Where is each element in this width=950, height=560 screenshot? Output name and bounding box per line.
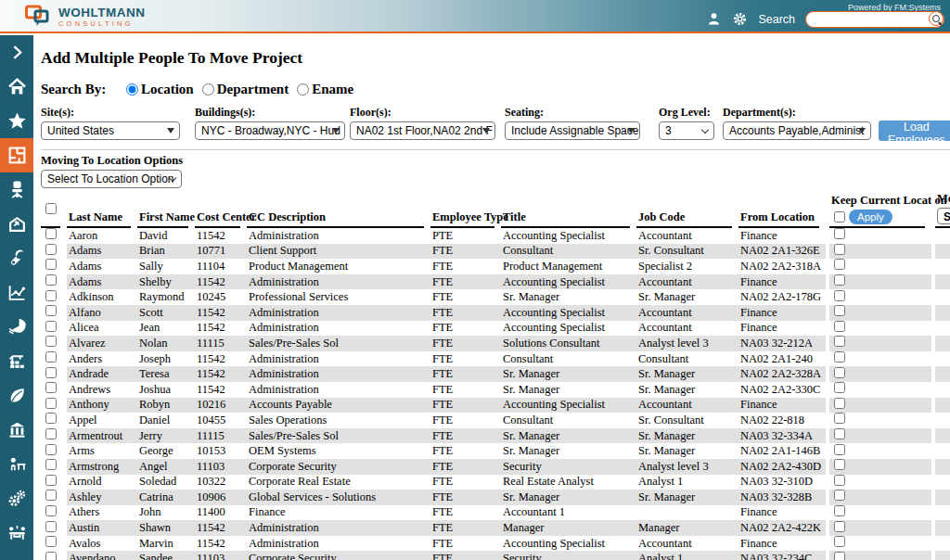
keep-location-checkbox[interactable] [834, 428, 845, 439]
keep-location-checkbox[interactable] [834, 382, 845, 393]
sidebar-item-real-estate[interactable] [0, 413, 33, 447]
site-select[interactable]: United States [41, 121, 180, 140]
table-cell: 11104 [195, 259, 247, 274]
row-select-checkbox[interactable] [45, 444, 57, 455]
sidebar-item-assets[interactable] [0, 172, 33, 207]
keep-location-checkbox[interactable] [834, 321, 845, 332]
departments-select[interactable]: Accounts Payable,Administ [723, 121, 871, 140]
keep-location-checkbox[interactable] [834, 521, 845, 532]
gear-icon[interactable] [732, 11, 748, 27]
keep-all-checkbox[interactable] [834, 211, 845, 223]
apply-button[interactable]: Apply [849, 210, 892, 224]
row-select-checkbox[interactable] [45, 490, 57, 501]
sidebar-item-sustainability[interactable] [0, 378, 33, 413]
row-select-checkbox[interactable] [45, 321, 57, 332]
radio-option-department[interactable]: Department [202, 82, 289, 97]
keep-location-checkbox[interactable] [834, 475, 845, 486]
sidebar-item-meeting[interactable] [0, 515, 33, 550]
row-select-checkbox[interactable] [45, 259, 57, 270]
row-select-checkbox[interactable] [45, 228, 57, 239]
search-input[interactable] [805, 11, 944, 28]
keep-location-checkbox[interactable] [834, 444, 845, 455]
table-row: ArmentroutJerry11115Sales/Pre-Sales SolF… [41, 428, 950, 444]
floors-select[interactable]: NA02 1st Floor,NA02 2nd F [350, 121, 495, 140]
table-cell: Catrina [137, 490, 195, 505]
row-select-checkbox[interactable] [45, 305, 57, 316]
sidebar-item-settings[interactable] [0, 481, 33, 515]
sidebar-item-floorplan[interactable] [0, 138, 33, 172]
move-to-cell [931, 382, 950, 398]
table-cell: Analyst 1 [636, 551, 738, 560]
keep-location-checkbox[interactable] [834, 259, 845, 270]
moving-options-select[interactable]: Select To Location Option [41, 170, 182, 188]
sidebar-item-home[interactable] [0, 70, 33, 104]
keep-location-checkbox[interactable] [834, 290, 845, 301]
move-to-cell [931, 443, 950, 459]
row-select-checkbox[interactable] [45, 244, 57, 255]
sidebar-item-moves[interactable] [0, 207, 33, 241]
user-icon[interactable] [706, 11, 722, 27]
keep-location-checkbox[interactable] [834, 367, 845, 378]
table-cell: FTE [430, 428, 501, 444]
keep-location-checkbox[interactable] [834, 398, 845, 409]
row-select-checkbox[interactable] [45, 459, 57, 470]
keep-location-checkbox[interactable] [834, 274, 845, 286]
sidebar-item-reports[interactable] [0, 310, 33, 344]
move-to-header-select[interactable]: Select [937, 208, 950, 224]
table-cell: NA02 2A2-430D [738, 459, 826, 475]
buildings-select[interactable]: NYC - Broadway,NYC - Hud [195, 121, 345, 140]
location-radio[interactable] [126, 83, 138, 95]
select-all-checkbox[interactable] [45, 203, 57, 214]
keep-location-checkbox[interactable] [834, 413, 845, 424]
table-cell: Accounting Specialist [501, 228, 636, 244]
table-cell: Shelby [137, 274, 195, 290]
load-employees-button[interactable]: Load Employees [879, 121, 950, 141]
keep-location-checkbox[interactable] [834, 505, 845, 516]
row-select-checkbox[interactable] [45, 552, 57, 560]
row-select-checkbox[interactable] [45, 274, 57, 286]
sidebar-item-favorites[interactable] [0, 104, 33, 138]
sidebar-item-projects[interactable] [0, 344, 33, 378]
table-cell: Accountant [636, 228, 738, 244]
row-select-checkbox[interactable] [45, 428, 57, 439]
keep-location-checkbox[interactable] [834, 552, 845, 560]
row-select-checkbox[interactable] [45, 382, 57, 393]
seating-select[interactable]: Include Assignable Spaces, [505, 121, 640, 140]
keep-location-checkbox[interactable] [834, 459, 845, 470]
keep-location-checkbox[interactable] [834, 228, 845, 239]
row-select-checkbox[interactable] [45, 413, 57, 424]
table-cell: Raymond [137, 289, 195, 305]
department-radio[interactable] [202, 83, 214, 95]
move-to-cell [931, 413, 950, 428]
table-cell: Accounting Specialist [501, 305, 636, 321]
row-select-checkbox[interactable] [45, 521, 57, 532]
sidebar-item-analytics[interactable] [0, 275, 33, 310]
row-select-checkbox[interactable] [45, 505, 57, 516]
sidebar-item-workspace[interactable] [0, 447, 33, 481]
move-to-cell [931, 305, 950, 321]
radio-option-location[interactable]: Location [126, 82, 194, 97]
keep-location-checkbox[interactable] [834, 244, 845, 255]
col-header-job-code: Job Code [636, 192, 738, 228]
row-select-checkbox[interactable] [45, 367, 57, 378]
table-cell: Shawn [137, 520, 195, 536]
search-magnifier-icon[interactable] [929, 11, 944, 26]
keep-location-checkbox[interactable] [834, 536, 845, 547]
row-select-checkbox[interactable] [45, 351, 57, 363]
table-cell: Accounting Specialist [501, 536, 636, 552]
keep-location-checkbox[interactable] [834, 336, 845, 347]
row-select-checkbox[interactable] [45, 536, 57, 547]
org-level-select[interactable]: 3 [659, 121, 714, 140]
sidebar-item-maintenance[interactable] [0, 241, 33, 275]
move-to-cell [931, 321, 950, 337]
row-select-checkbox[interactable] [45, 475, 57, 486]
row-select-checkbox[interactable] [45, 336, 57, 347]
radio-option-ename[interactable]: Ename [297, 82, 353, 97]
keep-location-checkbox[interactable] [834, 351, 845, 363]
ename-radio[interactable] [297, 83, 309, 95]
keep-location-checkbox[interactable] [834, 305, 845, 316]
row-select-checkbox[interactable] [45, 290, 57, 301]
keep-location-checkbox[interactable] [834, 490, 845, 501]
row-select-checkbox[interactable] [45, 398, 57, 409]
sidebar-item-expand[interactable] [0, 35, 33, 70]
